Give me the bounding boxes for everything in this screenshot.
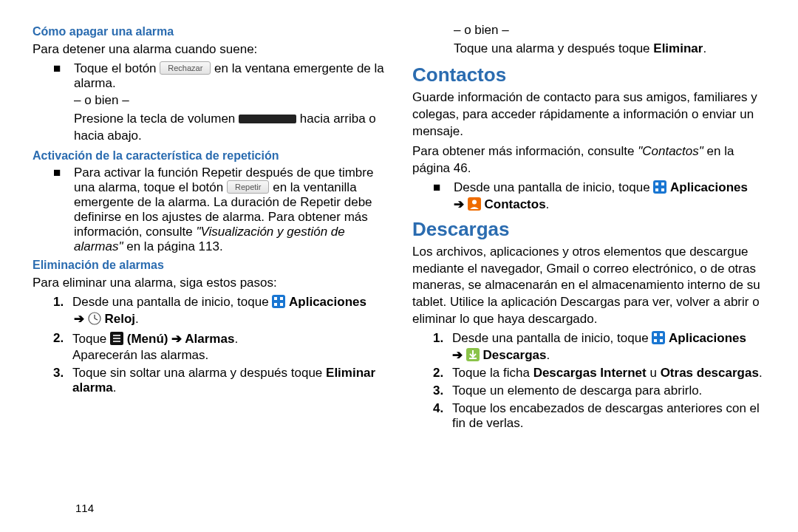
step-number: 1.: [412, 331, 452, 363]
svg-rect-22: [654, 339, 657, 342]
step-number: 4.: [412, 401, 452, 431]
bullet-item: ■ Toque el botón Rechazar en la ventana …: [33, 61, 386, 91]
contacts-icon: [468, 197, 481, 211]
apps-grid-icon: [653, 180, 666, 194]
step-1: 1. Desde una pantalla de inicio, toque A…: [412, 331, 765, 363]
step-2: 2. Toque la ficha Descargas Internet u O…: [412, 366, 765, 381]
apps-label: Aplicaciones: [289, 295, 366, 309]
right-column: – o bien – Toque una alarma y después to…: [399, 21, 765, 523]
svg-point-18: [472, 200, 477, 204]
step-number: 2.: [412, 366, 452, 381]
svg-rect-21: [660, 333, 663, 336]
text-contactos-desc: Guarde información de contacto para sus …: [412, 89, 765, 140]
text: Desde una pantalla de inicio, toque: [72, 295, 272, 309]
apps-grid-icon: [272, 295, 285, 308]
text-contactos-ref: Para obtener más información, consulte "…: [412, 143, 765, 177]
arrow-icon: ➔: [452, 348, 463, 362]
manual-page: Cómo apagar una alarma Para detener una …: [0, 0, 798, 532]
text-descargas-desc: Los archivos, aplicaciones y otros eleme…: [412, 244, 765, 329]
cross-reference: "Contactos": [638, 144, 703, 158]
step-3: 3. Toque sin soltar una alarma y después…: [33, 366, 386, 395]
step-number: 2.: [33, 331, 72, 363]
svg-rect-0: [272, 295, 285, 308]
bullet-body: Desde una pantalla de inicio, toque Apli…: [454, 180, 765, 212]
page-number: 114: [75, 502, 94, 514]
step-body: Toque (Menú) ➔ Alarmas. Aparecerán las a…: [72, 331, 386, 363]
rechazar-button: Rechazar: [160, 61, 211, 75]
menu-icon: [110, 332, 123, 345]
period: .: [546, 348, 550, 362]
period: .: [234, 332, 238, 346]
step-4: 4. Toque los encabezados de descargas an…: [412, 401, 765, 431]
text: Toque una alarma y después toque: [454, 41, 653, 55]
bullet-icon: ■: [33, 61, 74, 91]
clock-icon: [88, 312, 101, 325]
text-eliminar-alt: Toque una alarma y después toque Elimina…: [454, 41, 765, 58]
text: Toque: [72, 332, 110, 346]
arrow-icon: ➔: [74, 312, 84, 326]
step-3: 3. Toque un elemento de descarga para ab…: [412, 383, 765, 398]
text: Aparecerán las alarmas.: [72, 348, 386, 363]
bullet-icon: ■: [33, 166, 74, 254]
text: Desde una pantalla de inicio, toque: [454, 180, 653, 194]
step-number: 1.: [33, 295, 72, 310]
step-body: Desde una pantalla de inicio, toque Apli…: [452, 331, 765, 363]
reloj-label: Reloj: [104, 312, 135, 326]
text: Toque la ficha: [452, 366, 533, 380]
heading-descargas: Descargas: [412, 218, 765, 241]
step-1-cont: ➔ Reloj.: [74, 311, 386, 328]
svg-rect-20: [654, 333, 657, 336]
text: Presione la tecla de volumen: [74, 112, 239, 126]
text-volumen: Presione la tecla de volumen hacia arrib…: [74, 111, 386, 145]
text: Para obtener más información, consulte: [412, 144, 638, 158]
step-number: 3.: [412, 383, 452, 398]
text: Toque el botón: [74, 61, 160, 75]
bullet-body: Para activar la función Repetir después …: [74, 166, 386, 254]
svg-rect-4: [280, 303, 283, 306]
period: .: [546, 197, 550, 211]
step-body: Desde una pantalla de inicio, toque Apli…: [72, 295, 386, 310]
period: .: [135, 312, 139, 326]
svg-rect-2: [280, 297, 283, 300]
text: u: [649, 366, 660, 380]
text-obien: – o bien –: [454, 22, 765, 39]
text-obien: – o bien –: [74, 92, 386, 109]
step-body: Toque sin soltar una alarma y después to…: [72, 366, 386, 395]
left-column: Cómo apagar una alarma Para detener una …: [33, 21, 399, 523]
downloads-icon: [466, 348, 480, 361]
descargas-internet-label: Descargas Internet: [533, 366, 647, 380]
svg-rect-1: [274, 297, 277, 300]
apps-grid-icon: [652, 331, 665, 344]
text: Toque sin soltar una alarma y después to…: [72, 366, 326, 380]
menu-alarmas-label: (Menú) ➔ Alarmas: [127, 332, 235, 346]
text: Desde una pantalla de inicio, toque: [452, 331, 652, 345]
step-1: 1. Desde una pantalla de inicio, toque A…: [33, 295, 386, 310]
repetir-button: Repetir: [227, 180, 269, 194]
heading-repeticion: Activación de la característica de repet…: [33, 149, 386, 163]
svg-rect-14: [661, 183, 664, 185]
eliminar-label: Eliminar: [653, 41, 703, 55]
step-body: Toque un elemento de descarga para abrir…: [452, 383, 765, 398]
apps-label: Aplicaciones: [669, 331, 746, 345]
step-body: Toque los encabezados de descargas anter…: [452, 401, 765, 431]
text-intro-apagar: Para detener una alarma cuando suene:: [33, 41, 386, 58]
bullet-body: Toque el botón Rechazar en la ventana em…: [74, 61, 386, 91]
bullet-icon: ■: [412, 180, 454, 212]
contactos-label: Contactos: [484, 197, 545, 211]
svg-rect-23: [660, 339, 663, 342]
otras-descargas-label: Otras descargas: [661, 366, 759, 380]
svg-rect-13: [655, 183, 658, 185]
svg-rect-16: [661, 188, 664, 191]
text-intro-eliminar: Para eliminar una alarma, siga estos pas…: [33, 275, 386, 292]
step-cont: ➔ Descargas.: [452, 347, 765, 363]
step-cont: ➔ Contactos.: [454, 197, 765, 212]
step-body: Toque la ficha Descargas Internet u Otra…: [452, 366, 765, 381]
descargas-label: Descargas: [482, 348, 546, 362]
svg-rect-19: [652, 331, 665, 344]
svg-rect-15: [655, 188, 658, 191]
bullet-item: ■ Desde una pantalla de inicio, toque Ap…: [412, 180, 765, 212]
text: en la página 113.: [126, 239, 222, 253]
arrow-icon: ➔: [454, 197, 464, 211]
step-2: 2. Toque (Menú) ➔ Alarmas. Aparecerán la…: [33, 331, 386, 363]
heading-contactos: Contactos: [412, 64, 765, 86]
